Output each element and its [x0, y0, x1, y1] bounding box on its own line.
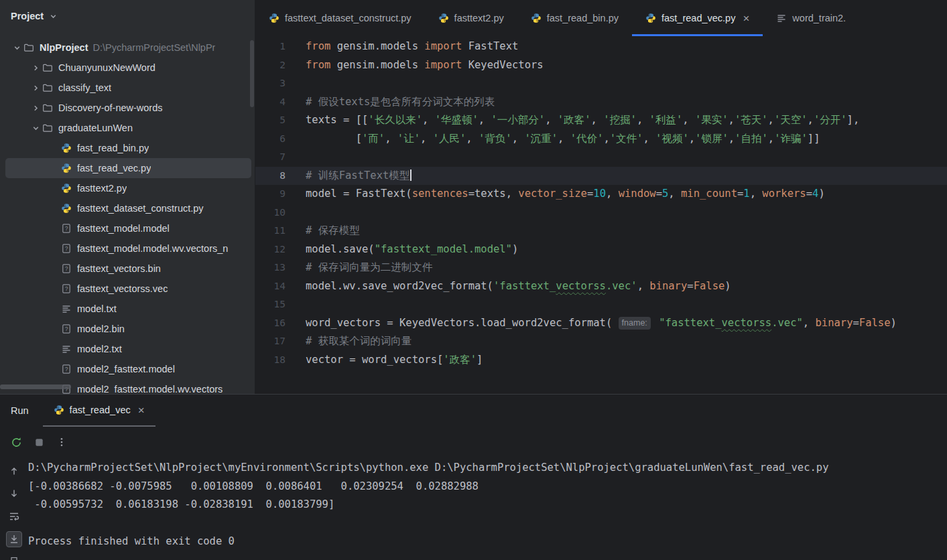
chevron-right-icon[interactable]	[29, 63, 42, 73]
chevron-down-icon[interactable]	[29, 123, 42, 133]
code-token: gensim.models	[330, 40, 424, 52]
code-line[interactable]: 4# 假设texts是包含所有分词文本的列表	[255, 93, 947, 112]
code-editor[interactable]: 1from gensim.models import FastText2from…	[255, 36, 947, 394]
svg-text:?: ?	[65, 326, 68, 332]
code-token: workers	[762, 188, 806, 200]
code-token: binary	[815, 317, 853, 329]
code-line[interactable]: 1from gensim.models import FastText	[255, 38, 947, 56]
tab-close-icon[interactable]: ×	[743, 13, 749, 24]
code-line[interactable]: 12model.save("fasttext_model.model")	[255, 240, 947, 259]
console-output[interactable]: D:\PycharmProjectSet\NlpProject\myEnviro…	[28, 458, 947, 560]
code-text: # 保存模型	[306, 222, 947, 240]
editor-tab[interactable]: fast_read_bin.py	[517, 0, 632, 36]
code-line[interactable]: 7	[255, 148, 947, 167]
tree-item[interactable]: fasttext_dataset_construct.py	[5, 198, 251, 218]
code-line[interactable]: 15	[255, 295, 947, 314]
code-token: ,	[512, 133, 525, 145]
code-token: '锁屏'	[695, 133, 729, 145]
code-token: ,	[668, 188, 681, 200]
tree-item[interactable]: ?fasttext_vectors.bin	[5, 259, 251, 279]
code-token: '政客'	[443, 354, 477, 366]
code-line[interactable]: 8# 训练FastText模型	[255, 167, 947, 186]
editor-tab-label: fast_read_bin.py	[547, 13, 619, 23]
scroll-up-button[interactable]	[6, 463, 22, 479]
tree-item[interactable]: fast_read_bin.py	[5, 138, 251, 158]
code-token: ,	[637, 280, 650, 292]
run-panel: Run fast_read_vec × D:\PycharmProjectSet…	[0, 394, 947, 560]
code-line[interactable]: 17# 获取某个词的词向量	[255, 332, 947, 351]
tree-item[interactable]: fast_read_vec.py	[5, 158, 251, 178]
code-token: =	[656, 188, 662, 200]
code-line[interactable]: 13# 保存词向量为二进制文件	[255, 259, 947, 277]
tree-item[interactable]: ?fasttext_vectorss.vec	[5, 279, 251, 299]
code-token: 'fasttext_	[493, 280, 556, 292]
code-line[interactable]: 9model = FastText(sentences=texts, vecto…	[255, 185, 947, 204]
more-button[interactable]	[52, 433, 71, 451]
tree-item-label: graduateLunWen	[58, 123, 133, 133]
code-token: KeyedVectors	[462, 59, 543, 71]
code-line[interactable]: 16word_vectors = KeyedVectors.load_word2…	[255, 314, 947, 333]
tree-item[interactable]: model2.txt	[5, 339, 251, 359]
tree-item-label: fasttext_vectorss.vec	[77, 283, 168, 294]
scroll-to-end-button[interactable]	[6, 531, 22, 547]
code-line[interactable]: 10	[255, 204, 947, 222]
chevron-right-icon[interactable]	[29, 103, 42, 113]
chevron-right-icon[interactable]	[29, 83, 42, 93]
tree-item[interactable]: ?fasttext_model.model.wv.vectors_n	[5, 238, 251, 259]
code-line[interactable]: 18vector = word_vectors['政客']	[255, 351, 947, 370]
run-tab-close-icon[interactable]: ×	[138, 405, 145, 416]
code-text: ['而', '让', '人民', '背负', '沉重', '代价','文件', …	[306, 130, 947, 149]
scroll-down-button[interactable]	[6, 486, 22, 502]
tree-item-label: NlpProject	[40, 42, 88, 53]
tree-vertical-scrollbar[interactable]	[250, 40, 254, 107]
console-line: -0.00595732 0.06183198 -0.02838191 0.001…	[28, 496, 947, 514]
code-line[interactable]: 14model.wv.save_word2vec_format('fasttex…	[255, 277, 947, 296]
soft-wrap-button[interactable]	[6, 508, 22, 524]
rerun-button[interactable]	[7, 433, 25, 451]
tree-item[interactable]: ChuanyunuxNewWord	[5, 58, 251, 78]
tree-item[interactable]: ?model2.bin	[5, 319, 251, 339]
code-token: gensim.models	[330, 59, 424, 71]
tree-item[interactable]: fasttext2.py	[5, 178, 251, 198]
tree-item[interactable]: ?fasttext_model.model	[5, 218, 251, 238]
code-token: )	[818, 188, 824, 200]
run-tab-label: fast_read_vec	[70, 405, 131, 415]
code-token: vector_size	[518, 188, 587, 200]
tree-item[interactable]: graduateLunWen	[5, 118, 251, 138]
code-token: model.wv.save_word2vec_format(	[306, 280, 493, 292]
project-tree: NlpProjectD:\PycharmProjectSet\NlpPrChua…	[0, 32, 255, 394]
code-token: '自拍'	[735, 133, 768, 145]
tree-item-label: Discovery-of-new-words	[58, 102, 163, 113]
print-button[interactable]	[6, 554, 22, 560]
code-line[interactable]: 6 ['而', '让', '人民', '背负', '沉重', '代价','文件'…	[255, 130, 947, 149]
project-panel-header[interactable]: Project	[0, 0, 255, 32]
folder-icon	[23, 42, 35, 54]
code-token: vector = word_vectors[	[306, 354, 443, 366]
tree-item[interactable]: model.txt	[5, 299, 251, 319]
tree-item[interactable]: ?model2_fasttext.model	[5, 359, 251, 379]
more-icon	[56, 437, 67, 447]
tree-horizontal-scrollbar[interactable]	[0, 384, 71, 389]
code-line[interactable]: 2from gensim.models import KeyedVectors	[255, 56, 947, 75]
tree-item[interactable]: NlpProjectD:\PycharmProjectSet\NlpPr	[5, 38, 251, 58]
run-tab[interactable]: fast_read_vec ×	[43, 395, 155, 427]
code-line[interactable]: 11# 保存模型	[255, 222, 947, 240]
editor-tab[interactable]: fast_read_vec.py×	[632, 0, 763, 36]
code-token: =texts,	[468, 188, 519, 200]
text-file-icon	[60, 344, 72, 355]
editor-tab[interactable]: fasttext_dataset_construct.py	[255, 0, 425, 36]
chevron-down-icon[interactable]	[48, 11, 58, 21]
chevron-down-icon[interactable]	[11, 43, 23, 53]
editor-tab[interactable]: fasttext2.py	[425, 0, 517, 36]
stop-button[interactable]	[29, 433, 48, 451]
tree-item[interactable]: Discovery-of-new-words	[5, 98, 251, 118]
code-token: '长久以来'	[368, 114, 422, 126]
soft-wrap-icon	[9, 511, 19, 522]
code-token: '苍天'	[735, 114, 768, 126]
main-area: Project NlpProjectD:\PycharmProjectSet\N…	[0, 0, 947, 394]
editor-tab[interactable]: word_train2.	[763, 0, 859, 36]
code-token: False	[694, 280, 725, 292]
tree-item[interactable]: classify_text	[5, 78, 251, 98]
code-line[interactable]: 5texts = [['长久以来', '华盛顿', '一小部分', '政客', …	[255, 111, 947, 130]
code-line[interactable]: 3	[255, 74, 947, 93]
